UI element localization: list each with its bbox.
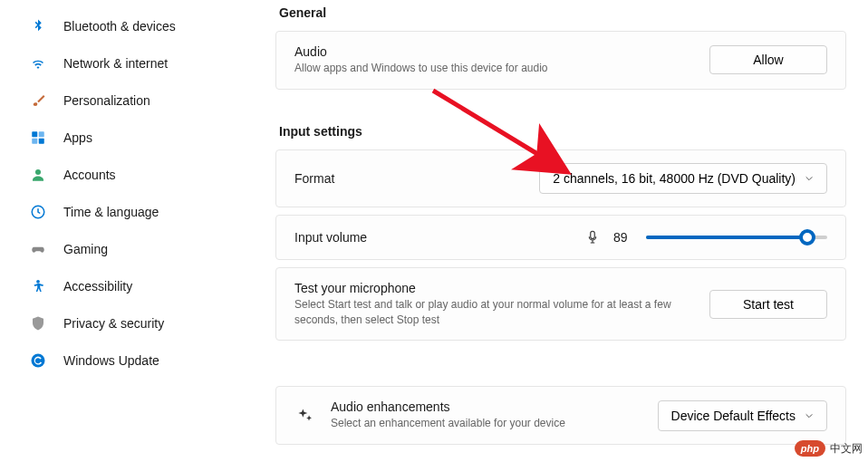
sidebar: Bluetooth & devices Network & internet P… xyxy=(0,0,254,462)
enhance-dropdown[interactable]: Device Default Effects xyxy=(658,400,827,431)
volume-value: 89 xyxy=(613,230,633,245)
svg-rect-0 xyxy=(32,131,37,137)
sparkle-icon xyxy=(294,406,314,426)
chevron-down-icon xyxy=(805,411,814,420)
shield-icon xyxy=(29,314,47,332)
sidebar-item-label: Windows Update xyxy=(63,353,159,368)
watermark-badge: php xyxy=(795,440,825,457)
test-sub: Select Start test and talk or play audio… xyxy=(294,297,691,328)
format-card: Format 2 channels, 16 bit, 48000 Hz (DVD… xyxy=(275,149,846,207)
allow-button[interactable]: Allow xyxy=(709,45,827,74)
chevron-down-icon xyxy=(805,174,814,183)
main-content: General Audio Allow apps and Windows to … xyxy=(254,0,868,462)
audio-title: Audio xyxy=(294,44,709,59)
sidebar-item-network[interactable]: Network & internet xyxy=(7,45,246,82)
enhance-card: Audio enhancements Select an enhancement… xyxy=(275,386,846,445)
volume-label: Input volume xyxy=(294,230,584,245)
sidebar-item-label: Privacy & security xyxy=(63,316,164,331)
microphone-icon[interactable] xyxy=(584,229,601,245)
watermark-text: 中文网 xyxy=(830,441,863,457)
volume-slider[interactable] xyxy=(646,228,827,246)
sidebar-item-label: Network & internet xyxy=(63,56,168,71)
clock-icon xyxy=(29,203,47,221)
test-title: Test your microphone xyxy=(294,281,691,295)
svg-point-7 xyxy=(32,354,45,368)
sidebar-item-accessibility[interactable]: Accessibility xyxy=(7,268,246,304)
enhance-title: Audio enhancements xyxy=(331,399,658,414)
sidebar-item-label: Personalization xyxy=(63,93,150,108)
volume-card: Input volume 89 xyxy=(275,215,846,260)
sidebar-item-label: Time & language xyxy=(63,205,159,219)
wifi-icon xyxy=(29,54,47,72)
sidebar-item-label: Accounts xyxy=(63,168,116,182)
format-value: 2 channels, 16 bit, 48000 Hz (DVD Qualit… xyxy=(553,171,796,186)
sidebar-item-personalization[interactable]: Personalization xyxy=(7,82,246,119)
watermark: php 中文网 xyxy=(795,440,863,457)
accessibility-icon xyxy=(29,277,47,295)
svg-rect-2 xyxy=(32,139,37,144)
brush-icon xyxy=(29,91,47,110)
sidebar-item-privacy[interactable]: Privacy & security xyxy=(7,305,246,342)
audio-sub: Allow apps and Windows to use this devic… xyxy=(294,61,709,76)
sidebar-item-label: Bluetooth & devices xyxy=(63,19,176,34)
update-icon xyxy=(29,351,47,370)
enhance-value: Device Default Effects xyxy=(671,409,796,423)
section-general: General xyxy=(279,5,846,20)
format-label: Format xyxy=(294,171,539,186)
svg-rect-1 xyxy=(39,131,44,137)
sidebar-item-label: Accessibility xyxy=(63,279,132,294)
sidebar-item-gaming[interactable]: Gaming xyxy=(7,231,246,267)
svg-point-4 xyxy=(35,169,41,175)
sidebar-item-apps[interactable]: Apps xyxy=(7,120,246,156)
bluetooth-icon xyxy=(29,17,47,35)
sidebar-item-bluetooth[interactable]: Bluetooth & devices xyxy=(7,8,246,44)
start-test-button[interactable]: Start test xyxy=(709,290,827,319)
format-dropdown[interactable]: 2 channels, 16 bit, 48000 Hz (DVD Qualit… xyxy=(539,163,827,194)
svg-point-6 xyxy=(36,280,40,284)
sidebar-item-accounts[interactable]: Accounts xyxy=(7,157,246,193)
sidebar-item-label: Gaming xyxy=(63,242,108,256)
test-card: Test your microphone Select Start test a… xyxy=(275,267,846,342)
gamepad-icon xyxy=(29,240,47,258)
apps-icon xyxy=(29,129,47,147)
audio-card: Audio Allow apps and Windows to use this… xyxy=(275,31,846,90)
enhance-sub: Select an enhancement available for your… xyxy=(331,416,658,431)
sidebar-item-time[interactable]: Time & language xyxy=(7,194,246,230)
sidebar-item-label: Apps xyxy=(63,130,92,145)
person-icon xyxy=(29,166,47,184)
sidebar-item-update[interactable]: Windows Update xyxy=(7,342,246,379)
svg-rect-3 xyxy=(39,139,44,144)
section-input: Input settings xyxy=(279,124,846,139)
